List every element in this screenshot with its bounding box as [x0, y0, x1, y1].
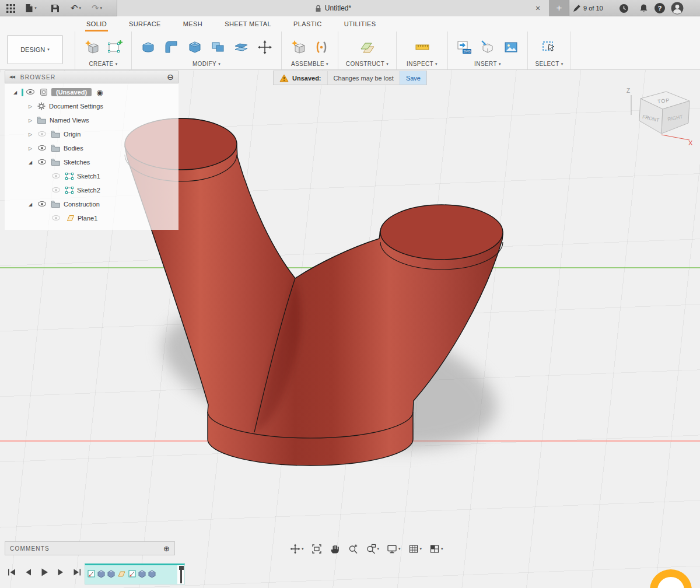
- timeline-feature-plane[interactable]: [117, 569, 126, 578]
- document-tab[interactable]: Untitled* ×: [117, 0, 550, 16]
- tab-surface[interactable]: SURFACE: [128, 18, 162, 32]
- tab-mesh[interactable]: MESH: [182, 18, 204, 32]
- step-forward-button[interactable]: [57, 568, 65, 579]
- right-cap-face[interactable]: [380, 205, 503, 260]
- undo-button[interactable]: ↶: [66, 0, 85, 16]
- joint-button[interactable]: [312, 38, 331, 57]
- expander-collapsed-icon[interactable]: ▷: [26, 132, 35, 137]
- browser-item-sketch2[interactable]: Sketch2: [5, 183, 178, 197]
- help-button[interactable]: ?: [654, 3, 665, 13]
- comments-panel-bar[interactable]: COMMENTS ⊕: [5, 541, 175, 555]
- redo-button[interactable]: ↷: [88, 0, 106, 16]
- canvas-button[interactable]: [502, 38, 520, 57]
- move-copy-button[interactable]: [256, 38, 274, 57]
- design-menu-button[interactable]: DESIGN: [7, 35, 63, 64]
- fillet-button[interactable]: [162, 38, 181, 57]
- expander-collapsed-icon[interactable]: ▷: [26, 146, 35, 151]
- orbit-button[interactable]: [290, 544, 304, 554]
- visibility-eye-icon[interactable]: [37, 159, 47, 166]
- timeline-feature-sketch[interactable]: [128, 569, 136, 578]
- modify-group-menu[interactable]: MODIFY: [139, 61, 274, 69]
- pan-button[interactable]: [330, 544, 340, 554]
- play-icon: [40, 568, 49, 577]
- press-pull-button[interactable]: [139, 38, 158, 57]
- job-status-button[interactable]: [616, 0, 631, 16]
- grid-snap-button[interactable]: [408, 544, 422, 554]
- tab-plastic[interactable]: PLASTIC: [292, 18, 323, 32]
- browser-item-named-views[interactable]: ▷Named Views: [5, 113, 178, 127]
- file-menu-button[interactable]: [21, 0, 41, 16]
- expander-expanded-icon[interactable]: ◢: [10, 90, 20, 95]
- construct-group-menu[interactable]: CONSTRUCT: [345, 61, 389, 69]
- offset-face-button[interactable]: [232, 38, 251, 57]
- browser-item-origin[interactable]: ▷Origin: [5, 127, 178, 141]
- combine-button[interactable]: [209, 38, 228, 57]
- select-group-menu[interactable]: SELECT: [535, 61, 564, 69]
- measure-button[interactable]: [413, 38, 432, 57]
- browser-item-bodies[interactable]: ▷Bodies: [5, 141, 178, 155]
- browser-root-item[interactable]: ◢ (Unsaved) ◉: [5, 85, 178, 99]
- zoom-window-button[interactable]: [366, 544, 380, 554]
- select-button[interactable]: [540, 38, 559, 57]
- view-cube-graphic[interactable]: Z TOP FRONT RIGHT X: [624, 85, 696, 148]
- inspect-group-menu[interactable]: INSPECT: [404, 61, 440, 69]
- visibility-eye-icon[interactable]: [37, 131, 47, 138]
- create-solid-button[interactable]: [82, 38, 101, 57]
- visibility-eye-icon[interactable]: [51, 215, 61, 222]
- construction-plane-button[interactable]: [358, 38, 377, 57]
- close-tab-button[interactable]: ×: [533, 0, 543, 16]
- create-sketch-button[interactable]: [106, 38, 124, 57]
- save-button[interactable]: [48, 0, 62, 16]
- tab-sheet-metal[interactable]: SHEET METAL: [223, 18, 272, 32]
- minimize-browser-button[interactable]: ⊖: [167, 73, 174, 81]
- expand-comments-button[interactable]: ⊕: [163, 544, 170, 553]
- app-grid-button[interactable]: [4, 0, 18, 16]
- shell-button[interactable]: [186, 38, 204, 57]
- go-to-end-button[interactable]: [72, 568, 82, 579]
- insert-mesh-button[interactable]: [478, 38, 497, 57]
- visibility-eye-icon[interactable]: [51, 173, 61, 180]
- browser-item-construction[interactable]: ◢Construction: [5, 197, 178, 211]
- notifications-button[interactable]: [636, 0, 651, 16]
- visibility-eye-icon[interactable]: [37, 145, 47, 152]
- play-button[interactable]: [40, 568, 49, 579]
- tab-solid[interactable]: SOLID: [85, 18, 108, 32]
- fit-view-button[interactable]: [312, 544, 322, 554]
- expander-expanded-icon[interactable]: ◢: [26, 202, 35, 207]
- timeline-feature-sketch[interactable]: [88, 569, 95, 578]
- collapse-panel-button[interactable]: ◀◀: [9, 75, 15, 79]
- browser-item-plane1[interactable]: Plane1: [5, 211, 178, 225]
- expander-expanded-icon[interactable]: ◢: [26, 160, 35, 165]
- insert-svg-button[interactable]: SVG: [455, 38, 474, 57]
- create-group-menu[interactable]: CREATE: [82, 61, 124, 69]
- visibility-eye-icon[interactable]: [37, 201, 47, 208]
- timeline-feature-extrude[interactable]: [148, 569, 156, 578]
- timeline-position-marker[interactable]: [180, 566, 182, 583]
- go-to-start-button[interactable]: [7, 568, 16, 579]
- timeline-feature-extrude[interactable]: [97, 569, 105, 578]
- view-cube[interactable]: Z TOP FRONT RIGHT X: [624, 85, 696, 148]
- expander-collapsed-icon[interactable]: ▷: [26, 104, 35, 109]
- insert-group-menu[interactable]: INSERT: [455, 61, 520, 69]
- browser-item-sketches[interactable]: ◢Sketches: [5, 155, 178, 169]
- timeline-strip[interactable]: [85, 564, 185, 584]
- expander-collapsed-icon[interactable]: ▷: [26, 118, 35, 123]
- step-back-button[interactable]: [24, 568, 32, 579]
- browser-item-sketch1[interactable]: Sketch1: [5, 169, 178, 183]
- zoom-button[interactable]: [348, 544, 358, 554]
- tab-utilities[interactable]: UTILITIES: [343, 18, 377, 32]
- new-document-tab-button[interactable]: +: [550, 0, 569, 16]
- version-counter[interactable]: 9 of 10: [573, 0, 603, 16]
- save-link[interactable]: Save: [400, 71, 426, 85]
- viewports-button[interactable]: [429, 544, 443, 554]
- display-settings-button[interactable]: [387, 544, 401, 554]
- timeline-feature-extrude[interactable]: [138, 569, 146, 578]
- visibility-eye-icon[interactable]: [26, 89, 35, 96]
- assemble-group-menu[interactable]: ASSEMBLE: [289, 61, 331, 69]
- visibility-eye-icon[interactable]: [51, 187, 61, 194]
- user-avatar[interactable]: [670, 0, 685, 16]
- activate-component-radio[interactable]: ◉: [96, 88, 103, 97]
- browser-item-document-settings[interactable]: ▷Document Settings: [5, 99, 178, 113]
- new-component-button[interactable]: [289, 38, 307, 57]
- timeline-feature-extrude[interactable]: [107, 569, 115, 578]
